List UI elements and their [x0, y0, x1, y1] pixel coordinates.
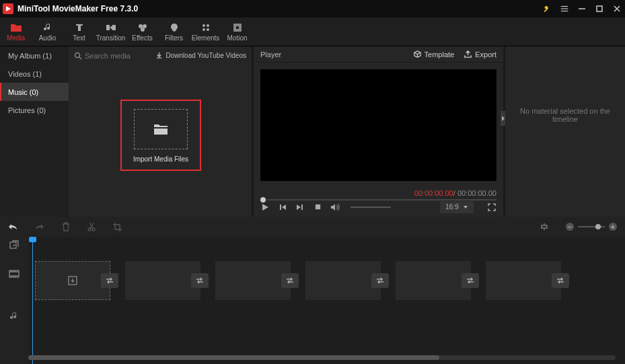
tab-motion[interactable]: Motion — [221, 17, 253, 46]
svg-rect-9 — [112, 25, 116, 30]
filters-icon — [170, 22, 179, 33]
tab-elements[interactable]: Elements — [190, 17, 221, 46]
svg-point-15 — [203, 28, 205, 31]
zoom-slider[interactable] — [578, 226, 605, 227]
minimize-button[interactable] — [577, 3, 587, 14]
svg-marker-30 — [502, 116, 505, 121]
svg-rect-33 — [542, 225, 547, 228]
svg-point-13 — [203, 24, 205, 27]
transition-slot[interactable] — [552, 273, 569, 288]
app-title: MiniTool MovieMaker Free 7.3.0 — [17, 4, 542, 13]
tab-transition[interactable]: Transition — [95, 17, 126, 46]
auto-fit-button[interactable] — [540, 223, 548, 231]
clip-placeholder[interactable] — [396, 261, 471, 300]
collapse-handle[interactable] — [501, 111, 505, 126]
video-track[interactable] — [28, 259, 625, 301]
video-preview[interactable] — [260, 69, 497, 181]
transition-icon — [106, 22, 116, 33]
tab-text[interactable]: Text — [63, 17, 95, 46]
prev-frame-button[interactable] — [278, 203, 287, 212]
stop-button[interactable] — [313, 203, 322, 212]
key-icon[interactable] — [542, 3, 552, 14]
volume-slider[interactable] — [351, 207, 391, 208]
timeline-toolbar: − + — [0, 217, 625, 237]
clip-placeholder[interactable] — [215, 261, 291, 300]
tab-filters[interactable]: Filters — [158, 17, 190, 46]
maximize-button[interactable] — [594, 3, 605, 14]
music-icon — [43, 22, 52, 33]
transition-slot[interactable] — [371, 273, 389, 288]
play-button[interactable] — [260, 203, 270, 212]
app-logo — [3, 3, 13, 14]
effects-icon — [138, 22, 147, 33]
main-toolbar: Media Audio Text Transition Effects Filt… — [0, 17, 625, 46]
timeline[interactable] — [0, 237, 625, 364]
split-button[interactable] — [87, 222, 96, 231]
download-icon — [67, 275, 78, 286]
hamburger-icon[interactable] — [559, 3, 570, 14]
svg-rect-8 — [106, 25, 110, 30]
svg-marker-29 — [464, 206, 468, 209]
svg-point-12 — [141, 28, 145, 32]
svg-rect-21 — [154, 127, 168, 129]
timeline-ruler[interactable] — [28, 237, 625, 252]
import-label: Import Media Files — [122, 155, 200, 163]
timeline-scrollbar[interactable] — [28, 355, 616, 360]
svg-point-16 — [207, 28, 209, 31]
fullscreen-button[interactable] — [487, 203, 497, 212]
transition-slot[interactable] — [462, 273, 479, 288]
sidebar-item-my-album[interactable]: My Album (1) — [0, 46, 69, 65]
tab-effects[interactable]: Effects — [126, 17, 158, 46]
close-button[interactable] — [612, 3, 622, 14]
svg-marker-28 — [331, 204, 335, 211]
no-selection-message: No material selected on the timeline — [505, 107, 625, 123]
delete-button[interactable] — [62, 222, 70, 231]
motion-icon — [233, 22, 242, 33]
clip-placeholder[interactable] — [486, 261, 561, 300]
video-track-icon — [0, 252, 28, 295]
search-input[interactable]: Search media — [74, 52, 153, 60]
zoom-out-button[interactable]: − — [566, 223, 574, 231]
add-track-button[interactable] — [0, 237, 28, 252]
sidebar-item-videos[interactable]: Videos (1) — [0, 65, 69, 83]
folder-icon — [10, 22, 22, 33]
clip-placeholder[interactable] — [125, 261, 200, 300]
import-media-button[interactable]: Import Media Files — [120, 100, 201, 171]
search-icon — [74, 52, 82, 60]
svg-rect-27 — [315, 205, 320, 209]
svg-point-10 — [139, 24, 143, 28]
svg-point-19 — [75, 52, 80, 57]
export-button[interactable]: Export — [464, 50, 497, 59]
aspect-ratio-select[interactable]: 16:9 — [440, 201, 474, 213]
sidebar-item-pictures[interactable]: Pictures (0) — [0, 101, 69, 119]
undo-button[interactable] — [8, 223, 17, 231]
next-frame-button[interactable] — [295, 203, 305, 212]
redo-button[interactable] — [35, 223, 44, 231]
text-icon — [75, 22, 84, 33]
transition-slot[interactable] — [191, 273, 209, 288]
zoom-in-button[interactable]: + — [609, 223, 617, 231]
transition-slot[interactable] — [101, 273, 118, 288]
download-youtube-button[interactable]: Download YouTube Videos — [155, 52, 246, 59]
media-sidebar: My Album (1) Videos (1) Music (0) Pictur… — [0, 46, 69, 217]
template-button[interactable]: Template — [413, 50, 455, 59]
audio-track[interactable] — [28, 301, 625, 344]
elements-icon — [201, 22, 211, 33]
player-pane: Player Template Export 00:00:00.00 / 00:… — [254, 46, 503, 217]
player-title: Player — [260, 50, 404, 59]
clip-placeholder[interactable] — [35, 261, 110, 300]
crop-button[interactable] — [113, 223, 122, 231]
chevron-right-icon — [501, 116, 505, 121]
svg-line-20 — [79, 57, 81, 59]
volume-button[interactable] — [330, 203, 340, 212]
svg-point-31 — [88, 228, 91, 231]
export-icon — [464, 50, 472, 59]
chevron-down-icon — [463, 205, 468, 210]
sidebar-item-music[interactable]: Music (0) — [0, 83, 69, 101]
transition-slot[interactable] — [281, 273, 299, 288]
svg-marker-24 — [282, 205, 286, 210]
properties-pane: No material selected on the timeline — [505, 46, 625, 217]
tab-audio[interactable]: Audio — [32, 17, 63, 46]
clip-placeholder[interactable] — [305, 261, 381, 300]
tab-media[interactable]: Media — [0, 17, 32, 46]
